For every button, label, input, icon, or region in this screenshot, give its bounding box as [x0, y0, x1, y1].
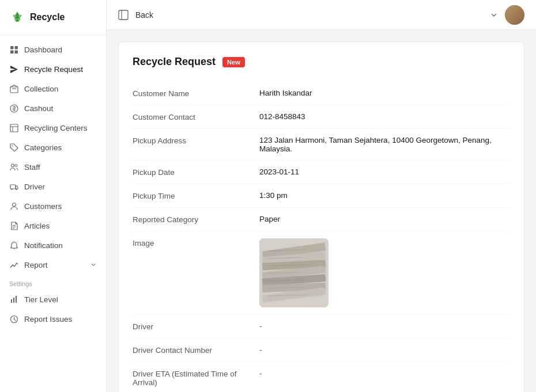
reported-category-row: Reported Category Paper — [133, 208, 510, 231]
svg-rect-4 — [10, 87, 18, 93]
dollar-icon — [9, 104, 18, 113]
sidebar-toggle-icon[interactable] — [118, 10, 129, 20]
svg-rect-2 — [10, 50, 14, 54]
customer-name-row: Customer Name Harith Iskandar — [133, 82, 510, 105]
person-icon — [9, 201, 18, 211]
driver-row: Driver - — [133, 315, 510, 338]
customer-name-value: Harith Iskandar — [259, 89, 510, 97]
reported-category-value: Paper — [259, 215, 510, 223]
pickup-address-row: Pickup Address 123 Jalan Harmoni, Taman … — [133, 129, 510, 161]
sidebar-navigation: Dashboard Recycle Request Collection Cas… — [0, 35, 106, 392]
pickup-time-row: Pickup Time 1:30 pm — [133, 184, 510, 208]
svg-rect-1 — [14, 46, 18, 50]
driver-eta-value: - — [259, 369, 510, 378]
content-area: Recycle Request New Customer Name Harith… — [107, 30, 536, 392]
customer-contact-row: Customer Contact 012-8458843 — [133, 105, 510, 129]
settings-section-label: Settings — [0, 275, 106, 290]
svg-point-15 — [16, 188, 17, 189]
sidebar-item-collection[interactable]: Collection — [0, 79, 106, 98]
svg-point-11 — [11, 164, 14, 167]
level-icon — [9, 295, 18, 304]
sidebar-item-staff[interactable]: Staff — [0, 157, 106, 177]
svg-rect-7 — [10, 124, 18, 132]
topbar: Back — [107, 0, 536, 30]
recycle-image — [259, 238, 329, 307]
customer-contact-value: 012-8458843 — [259, 112, 510, 121]
sidebar-item-recycling-centers[interactable]: Recycling Centers — [0, 118, 106, 138]
sidebar-item-dashboard[interactable]: Dashboard — [0, 40, 106, 59]
driver-eta-label: Driver ETA (Estimated Time of Arrival) — [133, 369, 259, 387]
customer-name-label: Customer Name — [133, 89, 259, 98]
driver-eta-row: Driver ETA (Estimated Time of Arrival) - — [133, 362, 510, 392]
status-badge: New — [222, 57, 245, 67]
sidebar-item-tier-level[interactable]: Tier Level — [0, 290, 106, 309]
send-icon — [9, 64, 18, 74]
svg-point-14 — [11, 188, 12, 189]
sidebar-item-label-collection: Collection — [24, 85, 58, 93]
avatar[interactable] — [505, 5, 524, 25]
back-button[interactable]: Back — [135, 10, 153, 20]
driver-contact-label: Driver Contact Number — [133, 345, 259, 355]
recycle-request-card: Recycle Request New Customer Name Harith… — [118, 41, 524, 392]
sidebar-item-label-recycle-request: Recycle Request — [24, 65, 83, 74]
sidebar-item-label-dashboard: Dashboard — [24, 45, 62, 54]
customer-contact-label: Customer Contact — [133, 112, 259, 121]
image-row: Image — [133, 231, 510, 315]
sidebar-item-recycle-request[interactable]: Recycle Request — [0, 59, 106, 79]
svg-rect-21 — [119, 10, 128, 20]
svg-point-12 — [15, 164, 17, 166]
sidebar-item-label-recycling-centers: Recycling Centers — [24, 124, 88, 132]
main-area: Back Recycle Request New Customer Name H… — [107, 0, 536, 392]
avatar-image — [505, 5, 524, 25]
sidebar-item-categories[interactable]: Categories — [0, 138, 106, 157]
sidebar-item-driver[interactable]: Driver — [0, 177, 106, 196]
sidebar-item-cashout[interactable]: Cashout — [0, 98, 106, 118]
newspaper-svg — [259, 238, 329, 307]
svg-point-10 — [12, 145, 13, 146]
pickup-address-value: 123 Jalan Harmoni, Taman Sejahtera, 1040… — [259, 136, 510, 153]
driver-contact-row: Driver Contact Number - — [133, 338, 510, 362]
sidebar-logo: Recycle — [0, 0, 106, 35]
box-icon — [9, 84, 18, 93]
pickup-date-label: Pickup Date — [133, 168, 259, 177]
tag-icon — [9, 143, 18, 152]
driver-label: Driver — [133, 322, 259, 331]
chart-icon — [9, 260, 18, 269]
bell-icon — [9, 241, 18, 250]
table-icon — [9, 123, 18, 132]
pickup-address-label: Pickup Address — [133, 136, 259, 145]
sidebar-item-label-cashout: Cashout — [24, 104, 53, 113]
sidebar-item-label-report-issues: Report Issues — [24, 315, 72, 324]
recycle-logo-icon — [9, 9, 25, 25]
clock-icon — [9, 314, 18, 324]
sidebar-item-label-driver: Driver — [24, 182, 45, 191]
topbar-chevron-icon[interactable] — [490, 11, 498, 19]
sidebar-item-report[interactable]: Report — [0, 255, 106, 275]
truck-icon — [9, 182, 18, 191]
svg-point-16 — [12, 203, 16, 206]
report-expand-icon — [90, 261, 97, 268]
svg-rect-13 — [10, 185, 16, 189]
users-icon — [9, 162, 18, 172]
sidebar-item-label-articles: Articles — [24, 222, 50, 230]
sidebar-item-notification[interactable]: Notification — [0, 235, 106, 255]
page-title: Recycle Request — [133, 56, 216, 68]
sidebar-item-label-tier-level: Tier Level — [24, 295, 58, 304]
driver-contact-value: - — [259, 345, 510, 354]
sidebar-item-customers[interactable]: Customers — [0, 196, 106, 216]
svg-rect-3 — [14, 50, 18, 54]
grid-icon — [9, 45, 18, 54]
image-label: Image — [133, 238, 259, 248]
sidebar: Recycle Dashboard Recycle Request Collec… — [0, 0, 107, 392]
sidebar-item-label-notification: Notification — [24, 241, 63, 250]
driver-value: - — [259, 322, 510, 330]
svg-rect-0 — [10, 46, 14, 50]
sidebar-item-report-issues[interactable]: Report Issues — [0, 309, 106, 329]
sidebar-item-label-report: Report — [24, 261, 48, 269]
card-header: Recycle Request New — [133, 56, 510, 68]
pickup-time-value: 1:30 pm — [259, 191, 510, 200]
pickup-date-value: 2023-01-11 — [259, 168, 510, 176]
sidebar-item-label-staff: Staff — [24, 163, 40, 172]
reported-category-label: Reported Category — [133, 215, 259, 224]
sidebar-item-articles[interactable]: Articles — [0, 216, 106, 235]
